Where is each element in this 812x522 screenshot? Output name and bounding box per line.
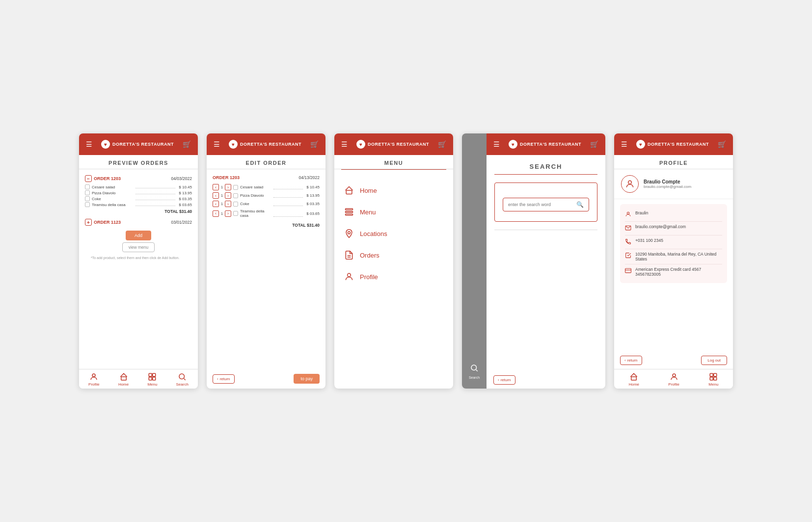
qty-minus-3[interactable]: ‹ bbox=[213, 201, 219, 207]
order-group-2: + ORDER 1123 03/01/2022 bbox=[85, 219, 192, 226]
footer-profile[interactable]: Profile bbox=[88, 372, 100, 387]
svg-rect-19 bbox=[625, 268, 631, 273]
svg-rect-9 bbox=[346, 211, 353, 213]
profile-footer-buttons: ‹ return Log out bbox=[614, 352, 733, 369]
hamburger-icon-5[interactable]: ☰ bbox=[621, 140, 627, 148]
qty-control-4: ‹ 1 › bbox=[213, 210, 231, 217]
return-button-search[interactable]: ‹ return bbox=[493, 375, 515, 385]
add-button[interactable]: Add bbox=[126, 231, 151, 240]
svg-point-22 bbox=[673, 374, 676, 377]
item-check-3[interactable] bbox=[85, 196, 90, 201]
order2-date: 03/01/2022 bbox=[171, 220, 192, 225]
profile-detail-address: 10290 Manitoba, Marina del Rey, CA Unite… bbox=[625, 249, 722, 264]
footer5-home[interactable]: Home bbox=[629, 372, 639, 387]
svg-point-0 bbox=[92, 374, 95, 377]
footer-search[interactable]: Search bbox=[176, 372, 189, 387]
menu-divider bbox=[341, 169, 446, 170]
cart-icon-3[interactable]: 🛒 bbox=[438, 140, 446, 148]
footer5-menu[interactable]: Menu bbox=[708, 372, 718, 387]
menu-label-locations: Locations bbox=[360, 230, 387, 237]
qty-minus-1[interactable]: ‹ bbox=[213, 184, 219, 190]
menu-item-menu[interactable]: Menu bbox=[344, 201, 443, 223]
phone1-header: ☰ ♥ DORETTA'S RESTAURANT 🛒 bbox=[79, 133, 198, 155]
svg-rect-21 bbox=[631, 377, 637, 380]
page-title-edit: EDIT ORDER bbox=[207, 155, 325, 169]
edit-check-1[interactable] bbox=[233, 185, 238, 190]
qty-plus-2[interactable]: › bbox=[225, 192, 231, 199]
cart-icon[interactable]: 🛒 bbox=[183, 140, 191, 148]
cart-icon-4[interactable]: 🛒 bbox=[590, 140, 598, 148]
svg-rect-23 bbox=[710, 373, 713, 376]
hamburger-icon-2[interactable]: ☰ bbox=[214, 140, 220, 148]
item-check-2[interactable] bbox=[85, 190, 90, 195]
cart-icon-2[interactable]: 🛒 bbox=[310, 140, 319, 148]
return-button-profile[interactable]: ‹ return bbox=[620, 356, 642, 365]
qty-control-1: ‹ 1 › bbox=[213, 184, 231, 190]
logout-button[interactable]: Log out bbox=[701, 356, 727, 365]
page-title-profile: PROFILE bbox=[614, 155, 733, 169]
order1-item-2: Pizza Diavolo $ 13.95 bbox=[85, 190, 192, 196]
order1-collapse-btn[interactable]: − bbox=[85, 175, 92, 182]
hamburger-icon-3[interactable]: ☰ bbox=[341, 140, 348, 148]
hamburger-icon[interactable]: ☰ bbox=[86, 140, 92, 148]
logo-heart-3: ♥ bbox=[356, 140, 365, 149]
phone-profile: ☰ ♥ DORETTA'S RESTAURANT 🛒 PROFILE Braul… bbox=[614, 133, 733, 389]
order1-header: − ORDER 1203 04/03/2022 bbox=[85, 175, 192, 182]
phone-search: ☰ ♥ DORETTA'S RESTAURANT 🛒 SEARCH 🔍 bbox=[487, 133, 605, 389]
view-menu-button[interactable]: view menu bbox=[122, 242, 155, 252]
card-icon bbox=[625, 267, 631, 275]
menu-item-profile[interactable]: Profile bbox=[344, 266, 443, 287]
qty-minus-2[interactable]: ‹ bbox=[213, 192, 219, 199]
menu-label-orders: Orders bbox=[360, 252, 379, 259]
qty-plus-3[interactable]: › bbox=[225, 201, 231, 207]
edit-item-4: ‹ 1 › Tiramisu della casa $ 03.65 bbox=[213, 208, 320, 219]
footer-home[interactable]: Home bbox=[118, 372, 129, 387]
profile-user-row: Braulio Compte braulio.compte@gmail.com bbox=[614, 169, 733, 199]
svg-rect-10 bbox=[346, 214, 353, 215]
search-content: SEARCH 🔍 bbox=[487, 155, 605, 238]
svg-rect-3 bbox=[153, 373, 156, 376]
search-submit-icon[interactable]: 🔍 bbox=[576, 201, 584, 208]
phone5-footer: Home Profile Menu bbox=[614, 369, 733, 389]
return-button-edit[interactable]: ‹ return bbox=[213, 374, 235, 384]
qty-control-3: ‹ 1 › bbox=[213, 201, 231, 207]
locations-nav-icon bbox=[344, 229, 354, 238]
hamburger-icon-4[interactable]: ☰ bbox=[493, 140, 500, 148]
order-list: − ORDER 1203 04/03/2022 Cesare salad $ 1… bbox=[79, 169, 198, 269]
edit-order-date: 04/13/2022 bbox=[298, 175, 320, 180]
edit-check-4[interactable] bbox=[233, 211, 238, 216]
footer5-profile[interactable]: Profile bbox=[668, 372, 679, 387]
map-icon bbox=[625, 252, 631, 260]
item-check-4[interactable] bbox=[85, 202, 90, 207]
logo-text: DORETTA'S RESTAURANT bbox=[112, 142, 174, 147]
profile-detail-username: Braulin bbox=[625, 208, 722, 222]
home-nav-icon bbox=[344, 185, 354, 195]
cart-icon-5[interactable]: 🛒 bbox=[718, 140, 726, 148]
item-check-1[interactable] bbox=[85, 184, 90, 189]
qty-minus-4[interactable]: ‹ bbox=[213, 210, 219, 217]
qty-plus-1[interactable]: › bbox=[225, 184, 231, 190]
qty-plus-4[interactable]: › bbox=[225, 210, 231, 217]
app-logo-4: ♥ DORETTA'S RESTAURANT bbox=[509, 140, 581, 149]
edit-order-list: ORDER 1203 04/13/2022 ‹ 1 › Cesare salad… bbox=[207, 169, 325, 234]
phone-icon bbox=[625, 238, 631, 246]
phone5-header: ☰ ♥ DORETTA'S RESTAURANT 🛒 bbox=[614, 133, 733, 155]
order1-id: − ORDER 1203 bbox=[85, 175, 121, 182]
profile-nav-icon bbox=[344, 272, 354, 282]
order2-expand-btn[interactable]: + bbox=[85, 219, 92, 226]
profile-detail-email: braulio.compte@gmail.com bbox=[625, 222, 722, 235]
phone3-body: Home Menu Locations bbox=[334, 173, 453, 389]
edit-check-2[interactable] bbox=[233, 193, 238, 198]
search-input-row[interactable]: 🔍 bbox=[503, 198, 589, 211]
menu-item-home[interactable]: Home bbox=[344, 180, 443, 201]
menu-item-locations[interactable]: Locations bbox=[344, 223, 443, 244]
svg-rect-1 bbox=[121, 377, 126, 380]
search-input[interactable] bbox=[508, 202, 573, 207]
footer-menu[interactable]: Menu bbox=[147, 372, 157, 387]
edit-check-3[interactable] bbox=[233, 202, 238, 207]
menu-item-orders[interactable]: Orders bbox=[344, 244, 443, 266]
to-pay-button[interactable]: to pay bbox=[294, 374, 320, 384]
edit-order-header: ORDER 1203 04/13/2022 bbox=[213, 175, 320, 180]
search-box: 🔍 bbox=[494, 183, 597, 222]
phone4-body: SEARCH 🔍 bbox=[487, 155, 605, 371]
